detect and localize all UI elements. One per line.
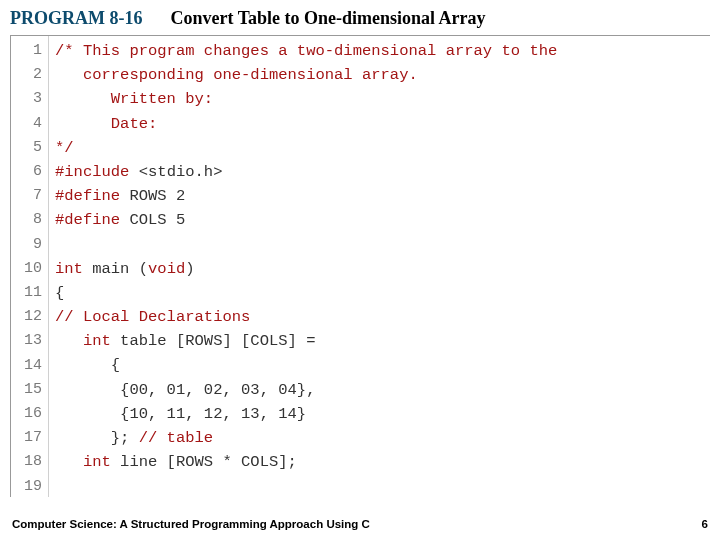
line-number: 13 xyxy=(11,329,42,353)
code-line: /* This program changes a two-dimensiona… xyxy=(55,39,704,63)
line-number: 16 xyxy=(11,402,42,426)
code-token: */ xyxy=(55,139,74,157)
code-line: #define ROWS 2 xyxy=(55,184,704,208)
code-token: // Local Declarations xyxy=(55,308,250,326)
program-label: PROGRAM 8-16 xyxy=(10,8,142,29)
code-line: #include <stdio.h> xyxy=(55,160,704,184)
slide-footer: Computer Science: A Structured Programmi… xyxy=(12,518,708,530)
code-token xyxy=(55,332,83,350)
code-line xyxy=(55,474,704,497)
program-title: Convert Table to One-dimensional Array xyxy=(170,8,485,29)
code-line: Date: xyxy=(55,112,704,136)
line-number: 2 xyxy=(11,63,42,87)
code-token: Written by: xyxy=(55,90,213,108)
code-line: int table [ROWS] [COLS] = xyxy=(55,329,704,353)
code-line: {00, 01, 02, 03, 04}, xyxy=(55,378,704,402)
code-token: { xyxy=(55,284,64,302)
code-line: #define COLS 5 xyxy=(55,208,704,232)
code-token: corresponding one-dimensional array. xyxy=(55,66,418,84)
code-token: // table xyxy=(139,429,213,447)
code-token: int xyxy=(83,453,111,471)
code-body: /* This program changes a two-dimensiona… xyxy=(49,36,710,497)
line-number: 3 xyxy=(11,87,42,111)
code-line: corresponding one-dimensional array. xyxy=(55,63,704,87)
code-token: /* This program changes a two-dimensiona… xyxy=(55,42,557,60)
code-token: {10, 11, 12, 13, 14} xyxy=(55,405,306,423)
code-line: }; // table xyxy=(55,426,704,450)
code-line xyxy=(55,233,704,257)
code-line: {10, 11, 12, 13, 14} xyxy=(55,402,704,426)
line-number: 15 xyxy=(11,378,42,402)
footer-book-title: Computer Science: A Structured Programmi… xyxy=(12,518,370,530)
code-token: table [ROWS] [COLS] = xyxy=(111,332,316,350)
slide-header: PROGRAM 8-16 Convert Table to One-dimens… xyxy=(0,0,720,35)
line-number: 8 xyxy=(11,208,42,232)
line-number: 5 xyxy=(11,136,42,160)
code-line: Written by: xyxy=(55,87,704,111)
code-token: main ( xyxy=(83,260,148,278)
code-listing: 12345678910111213141516171819 /* This pr… xyxy=(10,35,710,497)
line-number: 6 xyxy=(11,160,42,184)
code-line: { xyxy=(55,281,704,305)
line-number: 4 xyxy=(11,112,42,136)
code-token: #define xyxy=(55,187,120,205)
line-number: 14 xyxy=(11,354,42,378)
code-token: void xyxy=(148,260,185,278)
code-token: COLS 5 xyxy=(120,211,185,229)
line-number-gutter: 12345678910111213141516171819 xyxy=(11,36,49,497)
code-line: { xyxy=(55,353,704,377)
line-number: 1 xyxy=(11,39,42,63)
code-line: */ xyxy=(55,136,704,160)
line-number: 7 xyxy=(11,184,42,208)
line-number: 11 xyxy=(11,281,42,305)
line-number: 19 xyxy=(11,475,42,497)
line-number: 10 xyxy=(11,257,42,281)
line-number: 12 xyxy=(11,305,42,329)
code-token: ROWS 2 xyxy=(120,187,185,205)
code-token: int xyxy=(83,332,111,350)
code-token: #include xyxy=(55,163,129,181)
code-token: int xyxy=(55,260,83,278)
footer-page-number: 6 xyxy=(702,518,708,530)
code-token xyxy=(55,453,83,471)
code-line: // Local Declarations xyxy=(55,305,704,329)
code-token: line [ROWS * COLS]; xyxy=(111,453,297,471)
code-token: ) xyxy=(185,260,194,278)
line-number: 18 xyxy=(11,450,42,474)
code-token: Date: xyxy=(55,115,157,133)
code-token: {00, 01, 02, 03, 04}, xyxy=(55,381,315,399)
code-token: { xyxy=(55,356,120,374)
code-token: #define xyxy=(55,211,120,229)
code-line: int line [ROWS * COLS]; xyxy=(55,450,704,474)
code-token: <stdio.h> xyxy=(129,163,222,181)
line-number: 9 xyxy=(11,233,42,257)
code-token: }; xyxy=(55,429,139,447)
line-number: 17 xyxy=(11,426,42,450)
code-line: int main (void) xyxy=(55,257,704,281)
